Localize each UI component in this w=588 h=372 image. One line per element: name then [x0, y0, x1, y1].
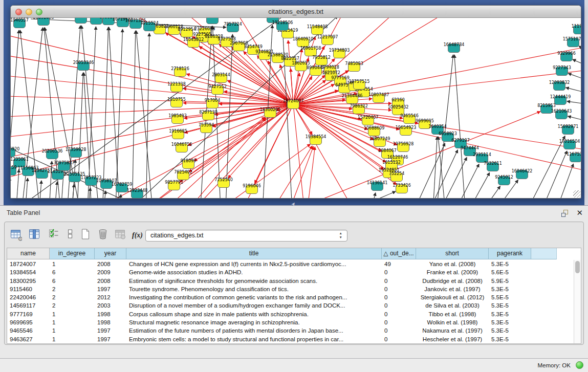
cell-in_degree[interactable]: 1 [50, 318, 95, 326]
network-node[interactable]: 1940557 [11, 18, 29, 28]
stacked-boxes-icon[interactable] [64, 228, 78, 243]
cell-title[interactable]: Embryonic stem cells: a model to study s… [126, 335, 382, 343]
table-row[interactable]: 911546021997Tourette syndrome. Phenomeno… [7, 285, 574, 293]
cell-in_degree[interactable]: 1 [50, 326, 95, 335]
table-source-dropdown[interactable]: citations_edges.txt ▲▼ [145, 230, 347, 242]
cell-title[interactable]: Genome-wide association studies in ADHD. [126, 268, 382, 276]
cell-name[interactable]: 22420046 [7, 293, 50, 301]
memory-ok-indicator[interactable] [576, 361, 583, 369]
network-node[interactable]: 15692971 [558, 124, 579, 135]
network-canvas[interactable]: 7963822896012889129542322605893275051654… [11, 18, 581, 198]
cell-in_degree[interactable]: 1 [50, 335, 95, 343]
column-header-in_degree[interactable]: in_degree [50, 248, 95, 259]
dropdown-spinner-icon[interactable]: ▲▼ [339, 231, 342, 239]
cell-name[interactable]: 9465546 [7, 326, 50, 335]
cell-pagerank[interactable]: 5.5E-5 [489, 293, 531, 301]
cell-out_de[interactable]: 49 [382, 260, 416, 268]
cell-year[interactable]: 1997 [95, 335, 126, 343]
network-window-titlebar[interactable]: citations_edges.txt [11, 6, 581, 18]
cell-out_de[interactable]: 0 [382, 301, 416, 310]
table-row[interactable]: 1830029562008Estimation of significance … [7, 277, 574, 285]
cell-title[interactable]: Estimation of significance thresholds fo… [126, 277, 382, 285]
cell-title[interactable]: Investigating the contribution of common… [126, 293, 382, 301]
cell-in_degree[interactable]: 2 [50, 301, 95, 310]
cell-year[interactable]: 2009 [95, 268, 126, 276]
cell-pagerank[interactable]: 5.3E-5 [489, 310, 531, 318]
table-settings-icon[interactable]: ⚙ [10, 228, 24, 243]
cell-pagerank[interactable]: 5.3E-5 [489, 301, 531, 310]
cell-pagerank[interactable]: 5.3E-5 [489, 318, 531, 326]
network-node[interactable]: 19734893 [329, 48, 350, 58]
select-rows-check-icon[interactable] [48, 228, 62, 243]
network-node[interactable]: 20691406 [33, 18, 54, 26]
cell-year[interactable]: 2012 [95, 293, 126, 301]
cell-year[interactable]: 2008 [95, 277, 126, 285]
network-node[interactable]: 16046422 [512, 169, 533, 179]
vertical-scrollbar[interactable] [574, 260, 581, 343]
network-node[interactable]: 20206536 [42, 149, 63, 159]
import-table-disabled-icon[interactable] [114, 228, 128, 243]
network-node[interactable]: 7857224 [224, 22, 242, 32]
cell-short[interactable]: Franke et al. (2009) [416, 268, 489, 276]
new-document-icon[interactable] [79, 228, 94, 243]
network-node[interactable]: 16961758 [300, 46, 321, 56]
column-header-pagerank[interactable]: pagerank [489, 248, 531, 259]
network-window[interactable]: citations_edges.txt 79638228960128891295… [10, 5, 581, 199]
cell-name[interactable]: 18300295 [7, 277, 50, 285]
cell-pagerank[interactable]: 5.3E-5 [489, 335, 531, 343]
cell-name[interactable]: 18724007 [7, 260, 50, 268]
column-header-title[interactable]: title [126, 248, 382, 259]
cell-name[interactable]: 9115460 [7, 285, 50, 293]
network-node[interactable]: 10688609 [364, 126, 385, 136]
network-node[interactable]: 18640910 [293, 37, 314, 47]
table-row[interactable]: 1872400712008Changes of HCN gene express… [7, 260, 574, 268]
column-header-year[interactable]: year [95, 248, 126, 259]
network-node[interactable]: 20053346 [73, 60, 94, 71]
network-node[interactable]: 12093832 [549, 80, 570, 91]
close-panel-icon[interactable]: ✕ [576, 208, 583, 217]
cell-short[interactable]: Dudbridge et al. (2008) [416, 277, 489, 285]
cell-title[interactable]: Tourette syndrome. Phenomenology and cla… [126, 285, 382, 293]
cell-year[interactable]: 1998 [95, 310, 126, 318]
scrollbar-thumb[interactable] [575, 261, 580, 273]
network-node[interactable]: 10807487 [368, 93, 389, 103]
cell-out_de[interactable]: 0 [382, 285, 416, 293]
cell-name[interactable]: 19384554 [7, 268, 50, 276]
network-node[interactable]: 16210643 [551, 109, 572, 119]
cell-out_de[interactable]: 0 [382, 326, 416, 335]
cell-title[interactable]: Corpus callosum shape and size in male p… [126, 310, 382, 318]
network-node[interactable]: 19654923 [396, 125, 417, 136]
cell-in_degree[interactable]: 1 [50, 260, 95, 268]
network-node[interactable]: 1167533 [567, 152, 581, 162]
network-node[interactable]: 17359928 [66, 147, 86, 158]
cell-short[interactable]: Hescheler et al. (1997) [416, 335, 489, 343]
network-node[interactable]: 7152540 [214, 178, 233, 188]
network-node[interactable]: 2718126 [171, 67, 189, 77]
network-node[interactable]: 15751074 [563, 37, 581, 47]
network-node[interactable]: 752254 [389, 171, 405, 182]
network-node[interactable]: 19384554 [306, 135, 326, 145]
cell-title[interactable]: Structural magnetic resonance image aver… [126, 318, 382, 326]
cell-year[interactable]: 2003 [95, 301, 126, 310]
network-node[interactable]: 9245012 [495, 175, 513, 185]
network-node[interactable]: 7632611 [484, 161, 502, 171]
cell-name[interactable]: 9699695 [7, 318, 50, 326]
table-row[interactable]: 1938455462009Genome-wide association stu… [7, 268, 574, 276]
network-node[interactable]: 16033809 [202, 18, 223, 24]
float-panel-icon[interactable] [561, 210, 570, 217]
network-node[interactable]: 12923448 [127, 188, 148, 198]
cell-title[interactable]: Disruption of a novel member of a sodium… [126, 301, 382, 310]
column-header-out_de[interactable]: △ out_de... [382, 248, 416, 259]
cell-out_de[interactable]: 0 [382, 293, 416, 301]
network-node[interactable]: 111705 [572, 24, 581, 34]
cell-short[interactable]: Jankovic et al. (1997) [416, 285, 489, 293]
network-node[interactable]: 18807249 [369, 137, 390, 147]
table-row[interactable]: 1456911722003Disruption of a novel membe… [7, 301, 574, 310]
network-node[interactable]: 17016504 [559, 139, 580, 149]
network-node[interactable]: 918099 [181, 159, 197, 169]
delete-trash-icon[interactable] [97, 228, 111, 243]
cell-in_degree[interactable]: 1 [50, 310, 95, 318]
network-node[interactable]: 1221338 [167, 82, 186, 92]
cell-out_de[interactable]: 0 [382, 277, 416, 285]
network-node[interactable]: 1810755 [167, 97, 186, 107]
